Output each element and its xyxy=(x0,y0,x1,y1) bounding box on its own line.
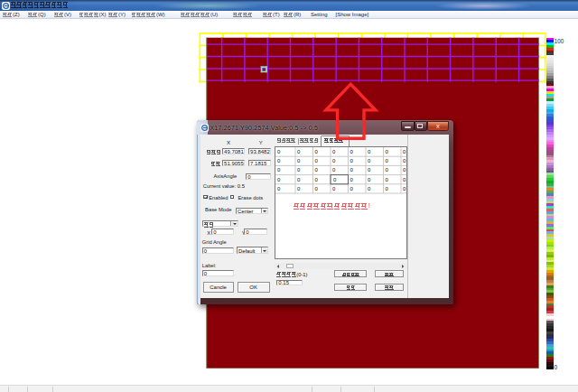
svg-text:0: 0 xyxy=(314,186,318,191)
svg-text:0: 0 xyxy=(385,149,388,154)
svg-text:0: 0 xyxy=(332,167,336,173)
svg-text:0: 0 xyxy=(368,177,371,182)
svg-text:0: 0 xyxy=(403,158,406,163)
svg-text:0: 0 xyxy=(385,158,388,163)
svg-text:0: 0 xyxy=(403,149,406,154)
svg-text:0: 0 xyxy=(314,177,318,182)
svg-text:0: 0 xyxy=(277,158,281,163)
svg-text:0: 0 xyxy=(368,149,371,154)
svg-text:0: 0 xyxy=(297,167,301,173)
svg-text:0: 0 xyxy=(314,167,318,173)
svg-text:0: 0 xyxy=(333,177,337,182)
svg-text:0: 0 xyxy=(297,149,301,154)
svg-text:0: 0 xyxy=(277,167,281,173)
svg-text:0: 0 xyxy=(332,158,336,163)
svg-text:0: 0 xyxy=(350,158,353,163)
svg-text:0: 0 xyxy=(368,186,371,191)
svg-text:0: 0 xyxy=(297,158,301,163)
svg-text:0: 0 xyxy=(297,177,301,182)
svg-text:0: 0 xyxy=(350,186,353,191)
svg-text:0: 0 xyxy=(314,149,318,154)
svg-text:0: 0 xyxy=(350,167,353,173)
svg-text:0: 0 xyxy=(385,186,388,191)
svg-text:0: 0 xyxy=(350,177,353,182)
svg-text:0: 0 xyxy=(277,149,281,154)
svg-text:0: 0 xyxy=(277,177,281,182)
svg-text:0: 0 xyxy=(368,158,371,163)
svg-text:0: 0 xyxy=(350,149,353,154)
svg-text:0: 0 xyxy=(332,186,336,191)
svg-text:0: 0 xyxy=(297,186,301,191)
svg-text:0: 0 xyxy=(403,186,406,191)
svg-text:0: 0 xyxy=(403,167,406,173)
svg-text:0: 0 xyxy=(277,186,281,191)
svg-text:0: 0 xyxy=(314,158,318,163)
svg-text:0: 0 xyxy=(385,177,388,182)
svg-text:0: 0 xyxy=(385,167,388,173)
svg-text:0: 0 xyxy=(368,167,371,173)
svg-text:0: 0 xyxy=(403,177,406,182)
svg-text:0: 0 xyxy=(332,149,336,154)
